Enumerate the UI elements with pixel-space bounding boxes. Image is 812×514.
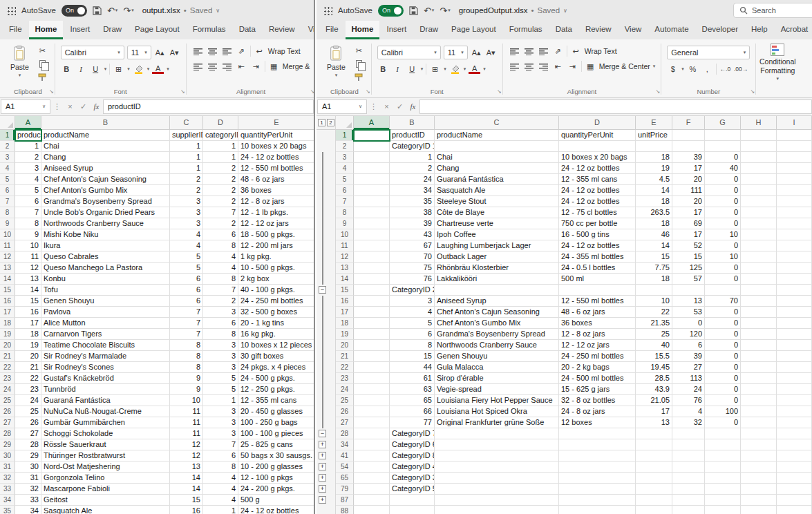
align-bottom-icon[interactable] — [221, 46, 233, 57]
cell-D17[interactable]: 3 — [203, 307, 238, 318]
row-header-25[interactable]: 25 — [336, 395, 354, 406]
increase-indent-icon[interactable]: ⇥ — [567, 61, 578, 72]
cell-A3[interactable]: 2 — [15, 152, 41, 163]
cell-E11[interactable]: 12 - 200 ml jars — [238, 240, 314, 251]
cell-G11[interactable]: 0 — [705, 240, 741, 251]
formula-bar-more-icon[interactable]: ⋮ — [367, 102, 380, 111]
cell-I10[interactable] — [777, 229, 812, 240]
column-header-A[interactable]: A — [354, 116, 390, 130]
row-header-41[interactable]: 41 — [336, 450, 354, 461]
font-color-dropdown-icon[interactable]: ▾ — [483, 66, 486, 72]
cell-B5[interactable]: 24 — [390, 174, 435, 185]
cell-I25[interactable] — [777, 395, 812, 406]
select-all-button[interactable] — [336, 116, 354, 130]
cell-C17[interactable]: Chef Anton's Cajun Seasoning — [435, 307, 559, 318]
cell-F88[interactable] — [672, 506, 705, 514]
cell-A8[interactable]: 7 — [15, 207, 41, 218]
cell-G79[interactable] — [705, 484, 741, 495]
expand-group-button[interactable]: + — [319, 452, 326, 459]
cell-C7[interactable]: Steeleye Stout — [435, 196, 559, 207]
row-header-3[interactable]: 3 — [336, 152, 354, 163]
cell-C1[interactable]: supplierID — [170, 130, 203, 141]
cell-D41[interactable] — [559, 450, 636, 461]
cell-B10[interactable]: Mishi Kobe Niku — [41, 229, 170, 240]
cell-D54[interactable] — [559, 461, 636, 473]
underline-dropdown-icon[interactable]: ▾ — [104, 66, 107, 72]
cell-C9[interactable]: Chartreuse verte — [435, 218, 559, 229]
cell-G12[interactable]: 10 — [705, 251, 741, 263]
cell-I22[interactable] — [777, 362, 812, 373]
formula-bar-more-icon[interactable]: ⋮ — [50, 102, 64, 111]
cell-D35[interactable]: 1 — [203, 506, 238, 514]
cell-C20[interactable]: 8 — [170, 340, 203, 351]
cell-F15[interactable] — [672, 285, 705, 296]
cell-C21[interactable]: 8 — [170, 351, 203, 362]
cell-I14[interactable] — [777, 274, 812, 285]
cell-D9[interactable]: 2 — [203, 218, 238, 229]
cell-D15[interactable]: 7 — [203, 285, 238, 296]
cell-F14[interactable]: 57 — [672, 274, 705, 285]
cell-E23[interactable]: 28.5 — [636, 373, 672, 384]
cell-C5[interactable]: 2 — [170, 174, 203, 185]
cell-A54[interactable] — [354, 461, 390, 473]
cell-I21[interactable] — [777, 351, 812, 362]
cell-A12[interactable]: 11 — [15, 251, 41, 263]
row-header-29[interactable]: 29 — [0, 439, 15, 450]
cell-B6[interactable]: Chef Anton's Gumbo Mix — [41, 185, 170, 196]
cell-I9[interactable] — [777, 218, 812, 229]
fill-color-icon[interactable] — [449, 64, 461, 75]
cell-D8[interactable]: 12 - 75 cl bottles — [559, 207, 636, 218]
cell-C24[interactable]: Vegie-spread — [435, 384, 559, 395]
cell-D14[interactable]: 8 — [203, 274, 238, 285]
cell-F2[interactable] — [672, 141, 705, 152]
cell-A17[interactable] — [354, 307, 390, 318]
cell-F25[interactable]: 76 — [672, 395, 705, 406]
cell-H65[interactable] — [741, 473, 777, 484]
row-header-20[interactable]: 20 — [336, 340, 354, 351]
cell-C16[interactable]: Aniseed Syrup — [435, 296, 559, 307]
row-header-12[interactable]: 12 — [0, 251, 15, 263]
cell-A29[interactable]: 28 — [15, 439, 41, 450]
cell-A11[interactable] — [354, 240, 390, 251]
cell-H4[interactable] — [741, 163, 777, 174]
cut-icon[interactable]: ✂ — [37, 46, 48, 56]
row-header-2[interactable]: 2 — [0, 141, 15, 152]
redo-icon[interactable]: ↷▾ — [123, 6, 133, 16]
tab-help[interactable]: Help — [745, 21, 774, 39]
bold-button[interactable]: B — [61, 64, 73, 75]
cell-A24[interactable] — [354, 384, 390, 395]
cell-C3[interactable]: Chai — [435, 152, 559, 163]
cell-E28[interactable]: 100 - 100 g pieces — [238, 428, 314, 439]
bold-button[interactable]: B — [377, 64, 389, 75]
cell-B27[interactable]: 77 — [390, 417, 435, 428]
row-header-8[interactable]: 8 — [336, 207, 354, 218]
cell-F9[interactable]: 69 — [672, 218, 705, 229]
row-header-17[interactable]: 17 — [336, 307, 354, 318]
number-format-select[interactable]: General▾ — [667, 46, 750, 59]
row-header-34[interactable]: 34 — [336, 439, 354, 450]
borders-icon[interactable]: ⊞ — [429, 64, 441, 75]
document-title[interactable]: output.xlsx • Saved ∨ — [142, 6, 220, 15]
cell-F27[interactable]: 32 — [672, 417, 705, 428]
tab-draw[interactable]: Draw — [97, 21, 128, 39]
cell-E4[interactable]: 19 — [636, 163, 672, 174]
cell-C4[interactable]: Chang — [435, 163, 559, 174]
cell-D28[interactable]: 3 — [203, 428, 238, 439]
row-header-4[interactable]: 4 — [0, 163, 15, 174]
cell-E5[interactable]: 48 - 6 oz jars — [238, 174, 314, 185]
row-header-14[interactable]: 14 — [336, 274, 354, 285]
cell-E87[interactable] — [636, 495, 672, 506]
cell-B88[interactable] — [390, 506, 435, 514]
cell-H17[interactable] — [741, 307, 777, 318]
cell-G10[interactable]: 10 — [705, 229, 741, 240]
cell-A21[interactable]: 20 — [15, 351, 41, 362]
cell-A22[interactable] — [354, 362, 390, 373]
cell-D26[interactable]: 24 - 8 oz jars — [559, 406, 636, 417]
row-header-13[interactable]: 13 — [0, 263, 15, 274]
title-chevron-icon[interactable]: ∨ — [216, 8, 220, 14]
undo-icon[interactable]: ↶▾ — [424, 6, 434, 16]
cell-B15[interactable]: CategoryID 2 — [390, 285, 435, 296]
expand-group-button[interactable]: + — [319, 496, 326, 504]
cell-F17[interactable]: 53 — [672, 307, 705, 318]
expand-group-button[interactable]: + — [319, 485, 326, 493]
